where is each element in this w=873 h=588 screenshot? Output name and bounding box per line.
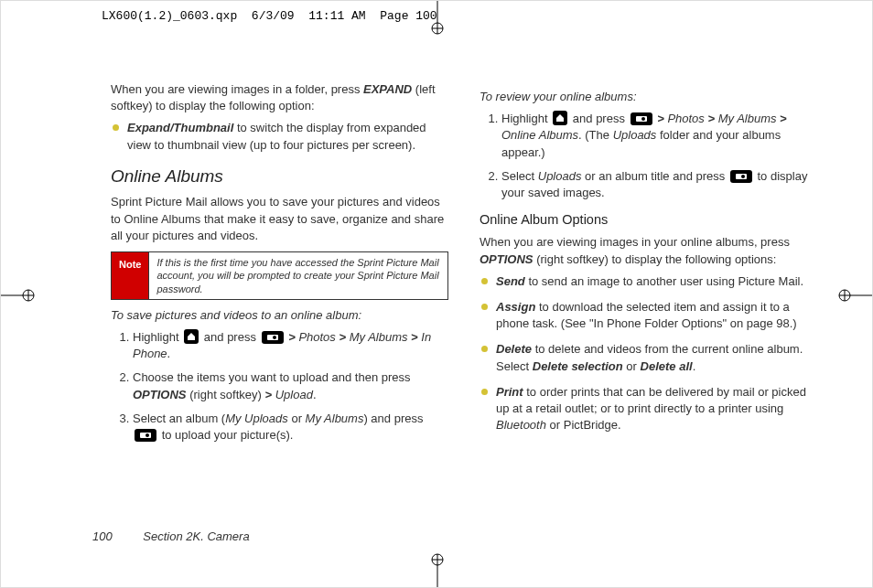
page-number: 100: [92, 529, 113, 543]
option-print: Print to order prints that can be delive…: [480, 384, 817, 434]
camera-key-icon: [630, 112, 652, 125]
step-3-select-album: Select an album (My Uploads or My Albums…: [133, 411, 448, 444]
note-body: If this is the first time you have acces…: [149, 252, 447, 299]
sprint-description: Sprint Picture Mail allows you to save y…: [111, 194, 448, 244]
svg-point-23: [741, 175, 745, 178]
right-column: To review your online albums: Highlight …: [480, 81, 817, 514]
home-icon: [553, 111, 567, 125]
instr-save-online: To save pictures and videos to an online…: [111, 307, 448, 324]
option-delete: Delete to delete and videos from the cur…: [480, 341, 817, 374]
camera-key-icon: [262, 331, 284, 344]
svg-point-17: [273, 336, 276, 339]
page-footer: 100 Section 2K. Camera: [92, 529, 250, 545]
svg-point-19: [146, 433, 149, 437]
review-step-1: Highlight and press > Photos > My Albums…: [501, 111, 817, 161]
step-1-highlight: Highlight and press > Photos > My Albums…: [133, 329, 448, 362]
step-2-choose: Choose the items you want to upload and …: [133, 369, 448, 402]
bullet-expand-thumbnail: Expand/Thumbnail to switch the display f…: [111, 120, 448, 153]
option-send: Send to send an image to another user us…: [480, 273, 817, 290]
left-column: When you are viewing images in a folder,…: [111, 81, 448, 514]
heading-online-albums: Online Albums: [111, 165, 448, 189]
cropmark-bottom: [431, 552, 444, 587]
camera-key-icon: [730, 170, 752, 183]
intro-paragraph: When you are viewing images in a folder,…: [111, 81, 448, 114]
option-assign: Assign to download the selected item and…: [480, 299, 817, 332]
note-label: Note: [112, 252, 149, 299]
camera-key-icon: [135, 429, 156, 442]
note-box: Note If this is the first time you have …: [111, 251, 448, 300]
review-step-2: Select Uploads or an album title and pre…: [501, 168, 817, 201]
cropmark-right: [837, 289, 872, 302]
oao-intro: When you are viewing images in your onli…: [480, 234, 817, 267]
job-header: LX600(1.2)_0603.qxp 6/3/09 11:11 AM Page…: [102, 8, 437, 25]
instr-review-online: To review your online albums:: [480, 89, 817, 105]
cropmark-left: [1, 289, 36, 302]
home-icon: [184, 329, 199, 344]
svg-point-21: [641, 117, 645, 121]
heading-online-album-options: Online Album Options: [480, 210, 817, 229]
section-label: Section 2K. Camera: [143, 529, 249, 543]
